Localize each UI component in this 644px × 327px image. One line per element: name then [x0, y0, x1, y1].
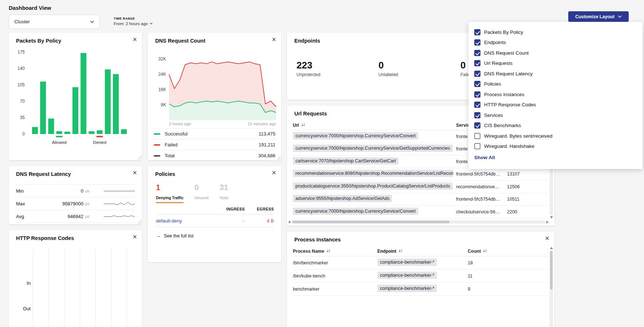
- menu-item[interactable]: Endpoints: [474, 38, 637, 48]
- column-header-endpoint[interactable]: Endpoint: [377, 249, 468, 254]
- stat-unlabeled: 0 Unlabeled: [378, 60, 460, 77]
- stat-value: 0: [195, 183, 209, 192]
- checkbox[interactable]: [474, 133, 480, 139]
- close-icon[interactable]: [133, 36, 137, 43]
- stat-value: 223: [297, 60, 378, 71]
- process-row[interactable]: /bin/kube-benchcompliance-benchmarker-*1…: [293, 269, 549, 283]
- scrollbar-thumb[interactable]: [292, 221, 449, 223]
- count-cell: 10511: [507, 197, 549, 202]
- packets-by-policy-chart: 03570105140175AllowedDenied: [9, 33, 142, 153]
- horizontal-scrollbar[interactable]: [288, 220, 549, 224]
- stat-total[interactable]: 31 Total: [219, 183, 228, 203]
- menu-item[interactable]: DNS Request Latency: [474, 68, 637, 79]
- category-label-out: Out: [16, 306, 31, 311]
- stat-unused[interactable]: 0 Unused: [195, 183, 209, 203]
- resize-handle[interactable]: [137, 155, 141, 159]
- see-full-list-link[interactable]: See the full list: [156, 233, 193, 239]
- column-header-url[interactable]: Url: [293, 123, 456, 128]
- http-response-codes-chart: [33, 248, 136, 327]
- scroll-right-icon[interactable]: [546, 221, 549, 224]
- close-icon[interactable]: [133, 233, 137, 240]
- close-icon[interactable]: [272, 169, 276, 176]
- checkbox[interactable]: [474, 39, 480, 46]
- menu-item[interactable]: Services: [474, 110, 637, 121]
- latency-unit: μs: [83, 189, 96, 193]
- menu-item[interactable]: Policies: [474, 79, 637, 90]
- customize-layout-label: Customize Layout: [575, 14, 614, 19]
- column-header-count[interactable]: Count: [468, 249, 549, 254]
- policy-ingress-value: –: [214, 218, 245, 224]
- latency-rows: Min 0 μs Max 95879000 μs Avg 946942 μs: [16, 184, 135, 223]
- process-instances-table: Process Name Endpoint Count /bin/benchma…: [287, 246, 554, 296]
- chevron-down-icon: [618, 15, 622, 18]
- customize-layout-button[interactable]: Customize Layout: [568, 11, 629, 22]
- checkbox[interactable]: [474, 102, 480, 108]
- checkbox[interactable]: [474, 91, 480, 98]
- dns-request-latency-card: DNS Request Latency Min 0 μs Max 9587900…: [9, 166, 142, 224]
- svg-text:Allowed: Allowed: [52, 140, 66, 145]
- menu-item[interactable]: Url Requests: [474, 58, 637, 69]
- svg-text:32K: 32K: [158, 56, 166, 62]
- process-row[interactable]: /bin/benchmarkercompliance-benchmarker-*…: [293, 256, 549, 269]
- menu-item[interactable]: Wireguard. Handshake: [474, 141, 637, 152]
- checkbox[interactable]: [474, 81, 480, 87]
- url-request-row[interactable]: adservice:9555/hipstershop.AdService/Get…: [293, 193, 549, 206]
- checkbox[interactable]: [474, 122, 480, 129]
- checkbox[interactable]: [474, 60, 480, 66]
- scrollbar-thumb[interactable]: [550, 251, 553, 289]
- resize-handle[interactable]: [276, 155, 280, 159]
- menu-item[interactable]: HTTP Response Codes: [474, 100, 637, 110]
- url-request-row[interactable]: currencyservice:7000/hipstershop.Currenc…: [293, 206, 549, 218]
- close-icon[interactable]: [545, 235, 549, 242]
- menu-item[interactable]: Wireguard. Bytes sent/received: [474, 131, 637, 141]
- count-cell: 11: [468, 273, 549, 279]
- card-title: Endpoints: [294, 38, 320, 44]
- scrollbar-track[interactable]: [550, 250, 553, 327]
- card-title: HTTP Response Codes: [16, 235, 74, 241]
- checkbox[interactable]: [474, 143, 480, 149]
- scroll-left-icon[interactable]: [288, 221, 290, 224]
- column-header-process-name[interactable]: Process Name: [293, 249, 377, 254]
- x-axis-labels: 2 hours ago 11 minutes ago: [169, 122, 276, 126]
- menu-item[interactable]: Process Instances: [474, 89, 637, 100]
- menu-item-label: Wireguard. Handshake: [484, 143, 534, 149]
- view-scope-select[interactable]: Cluster: [9, 15, 100, 29]
- url-cell: recommendationservice:8080/hipstershop.R…: [293, 170, 456, 178]
- card-title: DNS Request Count: [155, 38, 205, 44]
- url-cell: cartservice:7070/hipstershop.CartService…: [293, 157, 456, 166]
- show-all-link[interactable]: Show All: [474, 155, 637, 160]
- url-request-row[interactable]: recommendationservice:8080/hipstershop.R…: [293, 168, 549, 181]
- customize-layout-menu-items: Packets By PolicyEndpointsDNS Request Co…: [474, 27, 637, 151]
- policy-name-link[interactable]: default-deny: [156, 218, 214, 224]
- url-request-row[interactable]: productcatalogservice:3550/hipstershop.P…: [293, 181, 549, 193]
- checkbox[interactable]: [474, 71, 480, 77]
- checkbox[interactable]: [474, 50, 480, 56]
- stat-denying-traffic[interactable]: 1 Denying Traffic: [156, 183, 184, 203]
- sparkline-chart: [104, 213, 135, 220]
- svg-text:35: 35: [20, 115, 25, 120]
- card-title: Url Requests: [294, 111, 327, 117]
- menu-item[interactable]: DNS Request Count: [474, 48, 637, 58]
- scroll-down-icon[interactable]: [550, 216, 553, 218]
- checkbox[interactable]: [474, 112, 480, 118]
- menu-item[interactable]: CIS Benchmarks: [474, 121, 637, 131]
- close-icon[interactable]: [272, 36, 276, 43]
- scrollbar-track[interactable]: [291, 220, 545, 224]
- page-title: Dashboard View: [9, 5, 51, 11]
- legend-row: Total 304,686: [154, 150, 275, 161]
- menu-item[interactable]: Packets By Policy: [474, 27, 637, 38]
- process-instances-card: Process Instances Process Name Endpoint …: [287, 232, 554, 327]
- scroll-up-icon[interactable]: [550, 247, 553, 249]
- process-row[interactable]: benchmarkercompliance-benchmarker-*9: [293, 283, 549, 296]
- legend-label: Total: [165, 153, 174, 158]
- time-range-from[interactable]: From: 2 hours ago: [114, 21, 153, 26]
- legend-value: 113,475: [259, 131, 275, 137]
- resize-handle[interactable]: [137, 220, 141, 224]
- policy-row[interactable]: default-deny – 4 B: [156, 214, 274, 227]
- svg-text:Denied: Denied: [93, 140, 106, 145]
- menu-item-label: Packets By Policy: [484, 29, 523, 35]
- checkbox[interactable]: [474, 29, 480, 35]
- close-icon[interactable]: [133, 169, 137, 176]
- svg-text:24K: 24K: [158, 72, 166, 77]
- vertical-scrollbar[interactable]: [549, 247, 554, 327]
